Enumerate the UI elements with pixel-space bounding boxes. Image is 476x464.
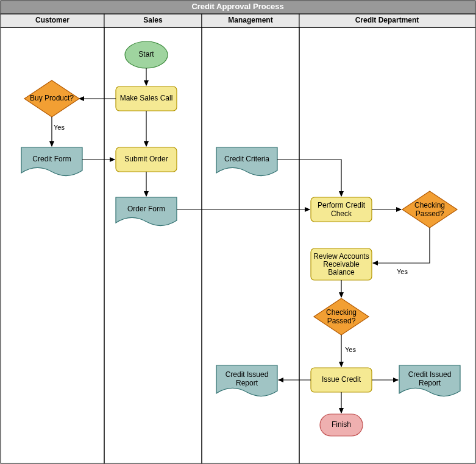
edge-checking1-yes-label: Yes (397, 268, 408, 275)
review-ar-label-2: Receivable (323, 260, 360, 269)
credit-form-label: Credit Form (32, 155, 71, 163)
checking-passed-1-label-2: Passed? (416, 209, 444, 218)
review-ar-label-1: Review Accounts (313, 252, 369, 261)
edge-checking1-reviewar (373, 228, 430, 263)
finish-label: Finish (332, 420, 351, 429)
make-sales-call-label: Make Sales Call (120, 94, 173, 102)
lane-body-credit (299, 27, 475, 463)
lane-label-sales: Sales (143, 16, 163, 24)
credit-issued-report-left-l2: Report (236, 379, 258, 387)
issue-credit-label: Issue Credit (322, 375, 361, 384)
edge-criteria-creditcheck (277, 160, 341, 196)
edge-buyproduct-yes-label: Yes (54, 124, 65, 131)
edge-checking2-yes-label: Yes (345, 346, 356, 353)
perform-credit-check-label-1: Perform Credit (318, 201, 366, 209)
credit-issued-report-left-l1: Credit Issued (226, 370, 269, 379)
credit-criteria-label: Credit Criteria (224, 155, 269, 163)
buy-product-label: Buy Product? (30, 94, 74, 102)
order-form-label: Order Form (127, 205, 165, 213)
flowchart-canvas: Credit Approval Process Customer Sales M… (0, 0, 476, 464)
lane-body-management (202, 27, 299, 463)
checking-passed-2-label-2: Passed? (327, 317, 356, 325)
lane-label-management: Management (228, 16, 272, 24)
checking-passed-1-label-1: Checking (414, 201, 445, 209)
credit-issued-report-right-l2: Report (419, 379, 441, 387)
lane-label-customer: Customer (35, 16, 69, 24)
title-text: Credit Approval Process (191, 2, 283, 11)
submit-order-label: Submit Order (124, 155, 168, 163)
lane-label-credit: Credit Department (355, 16, 419, 24)
checking-passed-2-label-1: Checking (326, 308, 357, 317)
perform-credit-check-label-2: Check (331, 209, 352, 218)
credit-issued-report-right-l1: Credit Issued (408, 370, 452, 379)
review-ar-label-3: Balance (328, 268, 355, 276)
start-label: Start (138, 50, 154, 58)
